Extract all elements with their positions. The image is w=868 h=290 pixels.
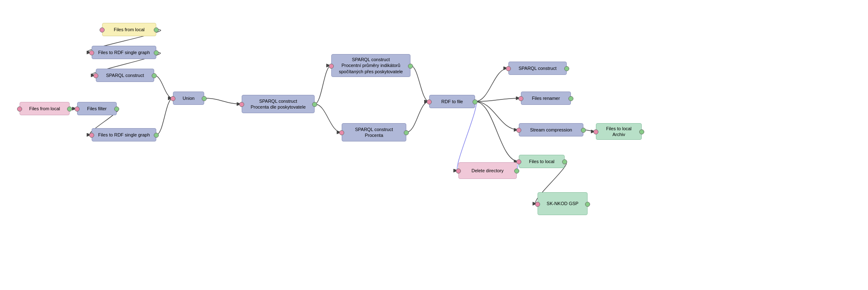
- port-out-n16[interactable]: [639, 129, 644, 134]
- port-in-n11[interactable]: [427, 99, 432, 104]
- node-n17[interactable]: Files to local: [519, 155, 565, 168]
- port-out-n9[interactable]: [408, 64, 413, 69]
- port-in-n10[interactable]: [339, 130, 344, 135]
- node-n6[interactable]: Files to RDF single graph: [92, 128, 156, 141]
- port-out-n3[interactable]: [152, 73, 157, 78]
- port-out-n12[interactable]: [514, 169, 519, 174]
- port-in-n4[interactable]: [17, 107, 22, 112]
- port-in-n13[interactable]: [506, 66, 511, 71]
- node-n15[interactable]: Stream compression: [519, 123, 583, 136]
- port-out-n6[interactable]: [154, 133, 159, 138]
- port-out-n8[interactable]: [312, 102, 317, 107]
- node-n16[interactable]: Files to local Archiv: [596, 123, 642, 140]
- port-in-n16[interactable]: [593, 129, 598, 134]
- port-out-n4[interactable]: [67, 107, 72, 112]
- port-out-n10[interactable]: [404, 130, 409, 135]
- node-n13[interactable]: SPARQL construct: [508, 62, 567, 75]
- port-out-n15[interactable]: [581, 128, 586, 133]
- port-in-n18[interactable]: [535, 202, 540, 207]
- port-in-n1[interactable]: [100, 27, 105, 32]
- port-in-n8[interactable]: [239, 102, 244, 107]
- node-n4[interactable]: Files from local: [20, 102, 70, 115]
- node-n1[interactable]: Files from local: [102, 23, 156, 36]
- node-n8[interactable]: SPARQL construct Procenta dle poskytovat…: [242, 95, 315, 113]
- port-in-n9[interactable]: [329, 64, 334, 69]
- port-in-n14[interactable]: [518, 96, 523, 101]
- port-out-n5[interactable]: [114, 107, 119, 112]
- pipeline-canvas[interactable]: Files from localFiles to RDF single grap…: [0, 0, 868, 290]
- port-out-n13[interactable]: [564, 66, 569, 71]
- port-in-n5[interactable]: [75, 107, 80, 112]
- port-out-n11[interactable]: [473, 99, 478, 104]
- node-n11[interactable]: RDF to file: [429, 95, 475, 108]
- node-n3[interactable]: SPARQL construct: [96, 69, 154, 82]
- port-out-n7[interactable]: [202, 96, 207, 101]
- port-in-n2[interactable]: [89, 50, 94, 55]
- port-out-n18[interactable]: [585, 202, 590, 207]
- node-n14[interactable]: Files renamer: [521, 92, 571, 105]
- port-in-n17[interactable]: [516, 159, 521, 164]
- node-n2[interactable]: Files to RDF single graph: [92, 46, 156, 59]
- node-n5[interactable]: Files filter: [77, 102, 117, 115]
- port-in-n15[interactable]: [516, 128, 521, 133]
- port-out-n2[interactable]: [154, 50, 159, 55]
- port-in-n3[interactable]: [93, 73, 98, 78]
- port-in-n7[interactable]: [170, 96, 175, 101]
- port-out-n14[interactable]: [568, 96, 573, 101]
- node-n9[interactable]: SPARQL construct Procentní průměry indik…: [331, 54, 410, 77]
- node-n12[interactable]: Delete directory: [458, 162, 517, 179]
- connections-svg: [0, 0, 868, 290]
- port-in-n6[interactable]: [89, 133, 94, 138]
- node-n18[interactable]: SK-NKOD GSP: [538, 192, 588, 215]
- port-in-n12[interactable]: [456, 169, 461, 174]
- node-n10[interactable]: SPARQL construct Procenta: [342, 123, 406, 141]
- node-n7[interactable]: Union: [173, 92, 204, 105]
- port-out-n17[interactable]: [562, 159, 567, 164]
- port-out-n1[interactable]: [154, 27, 159, 32]
